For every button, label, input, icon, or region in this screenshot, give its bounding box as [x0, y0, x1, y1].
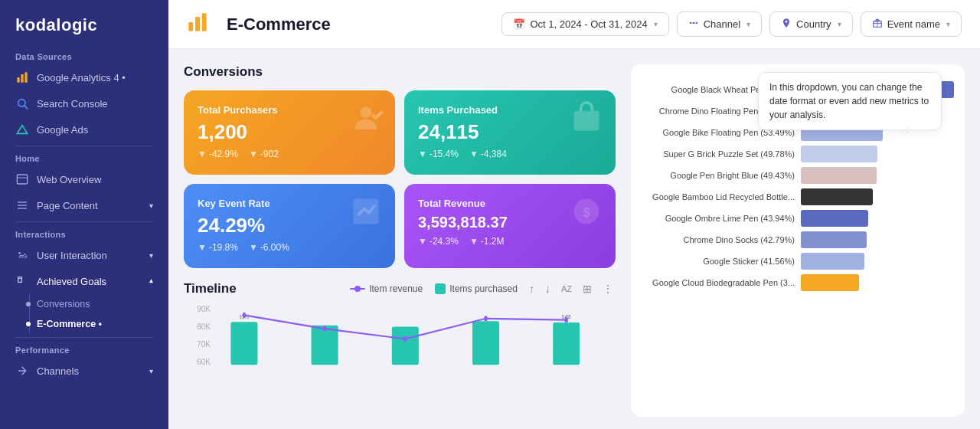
sidebar-item-search-console[interactable]: Search Console — [0, 90, 168, 116]
sidebar-divider-3 — [15, 337, 153, 338]
down-arrow-icon-3: ▼ — [418, 149, 427, 159]
sidebar-sub-ecommerce[interactable]: E-Commerce • — [0, 314, 168, 334]
content-left: Conversions Total Purchasers 1,200 ▼ -42… — [168, 49, 628, 429]
sidebar-item-user-interaction[interactable]: User Interaction ▾ — [0, 242, 168, 268]
y-70k: 70K — [184, 340, 211, 349]
legend-item-purchased: Items purchased — [435, 283, 518, 294]
tr-m1: ▼ -24.3% — [418, 236, 459, 247]
svg-rect-26 — [574, 111, 599, 131]
sub-dot-conversions — [26, 302, 31, 306]
channel-chevron-icon: ▾ — [746, 20, 750, 28]
tr-m2: ▼ -1.2M — [469, 236, 505, 247]
funnel-bar — [801, 274, 859, 291]
analytics-icon — [15, 70, 29, 84]
svg-rect-2 — [24, 72, 27, 82]
date-filter-button[interactable]: 📅 Oct 1, 2024 - Oct 31, 2024 ▾ — [501, 12, 668, 36]
timeline-legend: Item revenue Items purchased — [350, 283, 518, 294]
sidebar-item-ads-label: Google Ads — [37, 124, 88, 136]
y-60k: 60K — [184, 358, 211, 366]
sort-desc-button[interactable]: ↓ — [543, 280, 553, 297]
sidebar-divider-1 — [15, 146, 153, 146]
sub-label-ecommerce: E-Commerce • — [37, 319, 102, 329]
svg-rect-0 — [17, 77, 19, 83]
funnel-row: Google Ombre Lime Pen (43.94%) — [642, 210, 954, 227]
timeline-header: Timeline Item revenue Items purchased — [184, 280, 616, 297]
country-chevron-icon: ▾ — [838, 20, 841, 28]
funnel-bar-wrap — [801, 167, 954, 184]
more-button[interactable]: ⋮ — [600, 280, 616, 297]
sidebar-sub-conversions[interactable]: Conversions — [0, 294, 168, 314]
funnel-bar-wrap — [801, 253, 954, 270]
google-ads-icon — [15, 123, 29, 136]
funnel-bar — [801, 146, 877, 162]
chevron-down-icon-ui: ▾ — [149, 251, 153, 260]
svg-point-17 — [689, 22, 691, 24]
sidebar-item-ag-label: Achieved Goals — [37, 276, 106, 287]
page-content-icon — [15, 198, 29, 212]
funnel-bar — [801, 167, 877, 184]
svg-rect-15 — [195, 17, 200, 31]
cards-grid: Total Purchasers 1,200 ▼ -42.9% ▼ -902 — [184, 90, 616, 268]
event-filter-label: Event name — [887, 18, 940, 30]
grid-button[interactable]: ⊞ — [580, 280, 594, 297]
funnel-bar — [801, 253, 864, 270]
down-arrow-icon-7: ▼ — [418, 236, 427, 247]
chevron-up-icon: ▾ — [149, 277, 153, 286]
calendar-icon: 📅 — [513, 18, 525, 30]
funnel-bar — [801, 210, 868, 227]
sidebar-item-achieved-goals[interactable]: Achieved Goals ▾ — [0, 268, 168, 294]
timeline-chart: 90K 80K 70K 60K — [184, 305, 616, 382]
channel-filter-button[interactable]: Channel ▾ — [677, 11, 762, 37]
sub-label-conversions: Conversions — [37, 299, 90, 309]
svg-rect-38 — [392, 326, 419, 365]
svg-point-46 — [564, 317, 568, 323]
channel-icon — [688, 18, 699, 31]
sidebar-item-channels[interactable]: Channels ▾ — [0, 358, 168, 384]
svg-rect-39 — [472, 321, 499, 365]
user-interaction-icon — [15, 248, 29, 262]
main-content: E-Commerce 📅 Oct 1, 2024 - Oct 31, 2024 … — [168, 0, 980, 429]
chart-yaxis-left: 90K 80K 70K 60K — [184, 305, 211, 366]
svg-rect-40 — [553, 323, 580, 365]
funnel-row: Google Bamboo Lid Recycled Bottle... — [642, 188, 954, 205]
sidebar-item-ga-label: Google Analytics 4 • — [37, 72, 126, 84]
country-filter-button[interactable]: Country ▾ — [769, 11, 853, 37]
date-chevron-icon: ▾ — [654, 20, 658, 28]
svg-point-18 — [692, 22, 694, 24]
sidebar-item-page-content[interactable]: Page Content ▾ — [0, 192, 168, 218]
sidebar-item-google-analytics[interactable]: Google Analytics 4 • — [0, 64, 168, 90]
items-purchased-metrics: ▼ -15.4% ▼ -4,384 — [418, 149, 602, 159]
sidebar-item-web-overview[interactable]: Web Overview — [0, 166, 168, 192]
funnel-bar-wrap — [801, 146, 954, 162]
bar-legend-icon — [435, 283, 446, 294]
svg-rect-16 — [202, 13, 207, 31]
header-filters: 📅 Oct 1, 2024 - Oct 31, 2024 ▾ Channel ▾… — [501, 11, 962, 37]
funnel-row: Google Pen Bright Blue (49.43%) — [642, 167, 954, 184]
event-filter-button[interactable]: Event name ▾ — [861, 11, 962, 37]
items-purchased-card: Items Purchased 24,115 ▼ -15.4% ▼ -4,384 — [404, 90, 616, 175]
sidebar-item-wo-label: Web Overview — [37, 174, 101, 185]
sidebar-item-google-ads[interactable]: Google Ads — [0, 116, 168, 142]
header-logo-icon — [187, 11, 208, 38]
svg-rect-14 — [188, 22, 193, 31]
funnel-bar — [801, 188, 873, 205]
key-event-rate-metrics: ▼ -19.8% ▼ -6.00% — [198, 242, 381, 253]
sidebar-logo: kodalogic — [0, 0, 168, 47]
performance-label: Performance — [0, 341, 168, 358]
legend-purchased-label: Items purchased — [449, 283, 518, 294]
content-area: Conversions Total Purchasers 1,200 ▼ -42… — [168, 49, 980, 429]
sidebar-item-ui-label: User Interaction — [37, 250, 107, 261]
location-icon — [781, 18, 792, 31]
svg-point-19 — [696, 22, 697, 24]
date-filter-label: Oct 1, 2024 - Oct 31, 2024 — [530, 18, 647, 30]
total-purchasers-m1: ▼ -42.9% — [198, 149, 238, 159]
sort-az-button[interactable]: AZ — [559, 282, 574, 296]
country-filter-label: Country — [796, 18, 831, 30]
svg-rect-1 — [21, 74, 23, 83]
svg-point-45 — [484, 316, 488, 321]
home-label: Home — [0, 149, 168, 166]
total-purchasers-card: Total Purchasers 1,200 ▼ -42.9% ▼ -902 — [184, 90, 395, 175]
sort-asc-button[interactable]: ↑ — [527, 280, 537, 297]
tooltip-arrow-icon: ↓ — [904, 120, 910, 139]
ker-m2: ▼ -6.00% — [249, 242, 289, 253]
